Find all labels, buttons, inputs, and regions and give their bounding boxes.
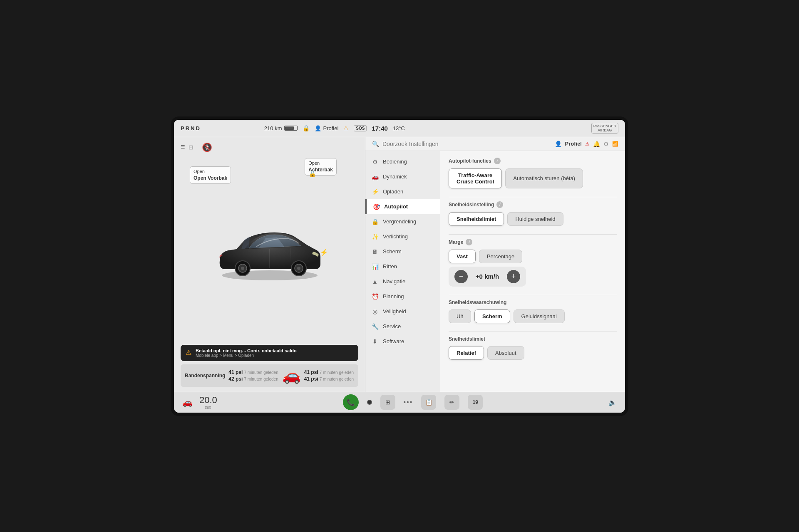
profile-label: Profiel [323, 125, 338, 131]
divider-1 [449, 197, 617, 197]
snelheidswaarschuwing-title: Snelheidswaarschuwing [449, 299, 617, 305]
marge-stepper: − +0 km/h + [449, 267, 526, 287]
vast-btn[interactable]: Vast [449, 250, 476, 263]
service-label: Service [383, 323, 401, 329]
geluidssignaal-btn[interactable]: Geluidssignaal [514, 309, 565, 323]
snelheidsinstelling-section: Snelheidsinstelling i Snelheidslimiet Hu… [449, 201, 617, 226]
search-input[interactable] [382, 141, 551, 147]
nav-item-planning[interactable]: ⏰ Planning [365, 289, 440, 304]
settings-layout: ⚙ Bediening 🚗 Dynamiek ⚡ Opladen 🎯 [365, 151, 625, 392]
bottom-center: 📞 ⊞ ••• 📋 ✏ 19 [343, 394, 483, 410]
tire-fl: 41 psi 7 minuten geleden [228, 369, 278, 375]
temperature-display: 13°C [393, 125, 405, 131]
percentage-btn[interactable]: Percentage [479, 250, 523, 263]
time-display: 17:40 [372, 125, 387, 132]
warning-triangle-icon: ⚠ [186, 349, 191, 356]
profile-icon: 👤 [315, 125, 321, 131]
nav-item-verlichting[interactable]: ✨ Verlichting [365, 229, 440, 244]
software-icon: ⬇ [371, 338, 379, 345]
auto-steer-btn[interactable]: Automatisch sturen (bèta) [505, 168, 583, 188]
nav-item-service[interactable]: 🔧 Service [365, 319, 440, 334]
divider-4 [449, 332, 617, 332]
battery-fill [285, 126, 294, 130]
autopilot-functions-title: Autopilot-functies i [449, 158, 617, 164]
nav-item-autopilot[interactable]: 🎯 Autopilot [365, 199, 440, 214]
left-panel: ≡ ⊡ 🚷 OpenOpen Voorbak OpenAchterbak 🔓 [174, 137, 365, 392]
snelheidslimiet-options: Relatief Absoluut [449, 346, 617, 360]
speed-display: 20.0 ⊡⊡ [199, 395, 217, 410]
trunk-lock-icon: 🔓 [309, 171, 316, 177]
huidige-snelheid-btn[interactable]: Huidige snelheid [507, 212, 563, 226]
relatief-btn[interactable]: Relatief [449, 346, 484, 360]
snelheids-options: Snelheidslimiet Huidige snelheid [449, 212, 617, 226]
phone-button[interactable]: 📞 [343, 394, 359, 410]
marge-plus-btn[interactable]: + [507, 270, 520, 283]
search-icon: 🔍 [372, 141, 379, 147]
profile-name: Profiel [565, 141, 582, 147]
menu-icon[interactable]: ≡ [181, 143, 185, 151]
veiligheid-icon: ◎ [371, 308, 379, 315]
snelheidsinstelling-title: Snelheidsinstelling i [449, 201, 617, 208]
nav-item-ritten[interactable]: 📊 Ritten [365, 259, 440, 274]
calendar-btn[interactable]: 19 [468, 395, 483, 410]
screen-inner: PRND 210 km 🔒 👤 Profiel ⚠ SOS 17:40 13°C… [174, 120, 625, 413]
sos-badge[interactable]: SOS [354, 125, 367, 131]
passenger-airbag-indicator: PASSENGERAIRBAG [591, 123, 618, 134]
waarschuwing-options: Uit Scherm Geluidssignaal [449, 309, 617, 323]
marge-options: Vast Percentage [449, 250, 617, 263]
nav-item-navigatie[interactable]: ▲ Navigatie [365, 274, 440, 289]
calendar-small-icon: ⊞ [385, 399, 390, 406]
nav-item-dynamiek[interactable]: 🚗 Dynamiek [365, 169, 440, 184]
opladen-icon: ⚡ [371, 188, 379, 195]
calendar-small-btn[interactable]: ⊞ [380, 395, 395, 410]
navigatie-icon: ▲ [371, 278, 379, 285]
nav-item-scherm[interactable]: 🖥 Scherm [365, 244, 440, 259]
autopilot-icon: 🎯 [372, 203, 380, 210]
scherm-btn[interactable]: Scherm [474, 309, 510, 323]
km-indicator: 210 km [264, 125, 298, 131]
notification-icon: 🔔 [593, 141, 600, 147]
planning-icon: ⏰ [371, 293, 379, 300]
divider-3 [449, 295, 617, 295]
notes-btn[interactable]: 📋 [421, 395, 436, 410]
scherm-icon: 🖥 [371, 248, 379, 255]
autopilot-info-icon[interactable]: i [494, 158, 501, 164]
tire-values-right: 41 psi 7 minuten geleden 41 psi 7 minute… [304, 369, 354, 382]
more-btn[interactable]: ••• [404, 398, 413, 406]
veiligheid-label: Veiligheid [383, 308, 406, 314]
nav-item-opladen[interactable]: ⚡ Opladen [365, 184, 440, 199]
pencil-btn[interactable]: ✏ [444, 395, 459, 410]
car-status-icon[interactable]: 🚗 [182, 397, 193, 407]
profile-button[interactable]: 👤 Profiel [315, 125, 338, 131]
tire-pressure-panel: Bandenspanning 41 psi 7 minuten geleden … [181, 364, 358, 387]
traffic-aware-btn[interactable]: Traffic-AwareCruise Control [449, 168, 502, 188]
pencil-icon: ✏ [449, 399, 454, 406]
tire-values-left: 41 psi 7 minuten geleden 42 psi 7 minute… [228, 369, 278, 382]
warning-subtitle: Mobiele app > Menu > Opladen [196, 353, 297, 358]
nav-item-vergrendeling[interactable]: 🔒 Vergrendeling [365, 214, 440, 229]
snelheidslimiet-btn[interactable]: Snelheidslimiet [449, 212, 504, 226]
lock-status-icon: 🔒 [303, 125, 310, 131]
marge-minus-btn[interactable]: − [454, 270, 468, 283]
bottom-right: 🔈 [608, 398, 617, 406]
snelheids-info-icon[interactable]: i [496, 201, 503, 208]
camera-button[interactable] [367, 400, 372, 405]
speed-value: 20.0 [199, 395, 217, 406]
bediening-icon: ⚙ [371, 158, 379, 165]
absoluut-btn[interactable]: Absoluut [487, 346, 524, 360]
svg-point-5 [241, 267, 244, 270]
display-icon[interactable]: ⊡ [189, 144, 194, 151]
marge-info-icon[interactable]: i [466, 239, 472, 245]
snelheidswaarschuwing-section: Snelheidswaarschuwing Uit Scherm Geluids… [449, 299, 617, 323]
seatbelt-warning-icon: 🚷 [202, 142, 212, 152]
marge-title: Marge i [449, 239, 617, 245]
right-panel: 🔍 👤 Profiel ⚠ 🔔 ⚙ 📶 [365, 137, 625, 392]
voorbak-label[interactable]: OpenOpen Voorbak [190, 166, 231, 184]
nav-item-software[interactable]: ⬇ Software [365, 334, 440, 349]
nav-item-bediening[interactable]: ⚙ Bediening [365, 154, 440, 169]
uit-btn[interactable]: Uit [449, 309, 471, 323]
warning-text: Betaald opl. niet mog. - Contr. onbetaal… [196, 348, 297, 358]
calendar-icon: 19 [473, 399, 478, 405]
nav-item-veiligheid[interactable]: ◎ Veiligheid [365, 304, 440, 319]
volume-icon[interactable]: 🔈 [608, 398, 617, 406]
